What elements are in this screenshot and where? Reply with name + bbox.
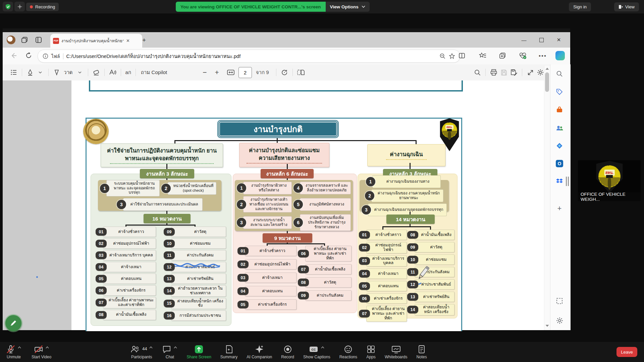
item-number-badge: 01	[96, 228, 107, 236]
show-captions-button[interactable]: CCShow Captions	[303, 345, 330, 359]
item-number-badge: 14	[407, 306, 418, 313]
chat-bubble-icon	[162, 345, 171, 354]
toolbar-item-label: Start Video	[32, 355, 51, 359]
camera-muted-icon	[34, 345, 43, 354]
item-number-badge: 09	[407, 243, 418, 251]
toolbar-item-label: Chat	[166, 355, 174, 359]
item-number-badge: 2	[161, 184, 171, 193]
item-number-badge: 14	[164, 287, 175, 295]
whiteboards-button[interactable]: Whiteboards	[385, 345, 407, 359]
item-number-badge: 4	[293, 183, 303, 193]
participant-name-label: OFFICE OF VEHICLE WEIGH...	[578, 192, 641, 201]
sign-in-button[interactable]: Sign in	[569, 2, 591, 11]
item-number-badge: 06	[96, 287, 107, 294]
unmute-button[interactable]: Unmute	[6, 345, 21, 359]
item-number-badge: 13	[407, 293, 418, 301]
participants-icon	[130, 345, 140, 354]
item-number-badge: 1	[237, 183, 246, 193]
recording-label: Recording	[35, 4, 55, 9]
ai-companion-button[interactable]: AI Companion	[247, 345, 272, 359]
chevron-down-icon	[362, 5, 365, 8]
item-number-badge: 01	[237, 247, 249, 255]
apps-button[interactable]: Apps	[366, 345, 376, 359]
participant-video-thumbnail[interactable]: สคน. OFFICE OF VEHICLE WEIGH...	[578, 160, 641, 201]
item-number-badge: 05	[237, 301, 249, 308]
zoom-ui: Recording You are viewing OFFICE OF VEHI…	[0, 0, 644, 362]
item-number-badge: 02	[96, 240, 107, 247]
toolbar-item-label: Show Captions	[303, 355, 330, 359]
item-number-badge: 09	[164, 228, 175, 236]
item-number-badge: 3	[362, 205, 371, 215]
start-video-button[interactable]: Start Video	[32, 345, 51, 359]
item-number-badge: 02	[359, 244, 370, 251]
chat-button[interactable]: Chat	[162, 345, 177, 359]
item-number-badge: 02	[237, 260, 249, 268]
toolbar-item-label: Unmute	[7, 355, 21, 359]
item-number-badge: 01	[359, 231, 370, 239]
toolbar-item-label: AI Companion	[247, 355, 272, 359]
item-number-badge: 12	[164, 263, 175, 271]
apps-grid-icon	[366, 345, 376, 354]
annotation-dot	[36, 276, 38, 278]
chevron-up-icon[interactable]	[173, 345, 177, 349]
panel-handle[interactable]	[568, 177, 569, 186]
reactions-smiley-icon	[343, 345, 353, 354]
item-number-badge: 11	[407, 268, 418, 276]
item-number-badge: 1	[100, 184, 109, 193]
panel-handle[interactable]	[566, 177, 567, 186]
item-number-badge: 04	[96, 263, 107, 271]
captions-cc-icon: CC	[309, 345, 319, 354]
viewing-banner: You are viewing OFFICE OF VEHICLE WEIGHT…	[176, 2, 370, 12]
summary-doc-icon	[224, 345, 234, 354]
whiteboard-icon	[391, 345, 401, 354]
reactions-button[interactable]: Reactions	[339, 345, 357, 359]
item-number-badge: 03	[96, 251, 107, 259]
toolbar-item-label: Share Screen	[186, 355, 211, 359]
item-number-badge: 05	[96, 275, 107, 283]
svg-text:CC: CC	[312, 348, 316, 351]
item-number-badge: 04	[237, 287, 249, 295]
toolbar-item-label: Apps	[366, 355, 375, 359]
annotate-pencil-button[interactable]	[5, 315, 21, 331]
recording-dot	[30, 5, 33, 8]
view-button[interactable]: View	[614, 2, 639, 11]
chevron-up-icon[interactable]	[45, 345, 49, 349]
record-button[interactable]: Record	[281, 345, 294, 359]
item-number-badge: 2	[365, 191, 374, 200]
toolbar-center-group: 44ParticipantsChatShare ScreenSummaryAI …	[130, 345, 427, 359]
leave-button[interactable]: Leave	[616, 347, 637, 357]
chevron-up-icon[interactable]	[321, 345, 325, 349]
item-number-badge: 11	[164, 251, 175, 259]
item-number-badge: 07	[298, 265, 309, 273]
viewing-banner-text: You are viewing OFFICE OF VEHICLE WEIGHT…	[176, 2, 326, 12]
security-shield-icon[interactable]	[3, 2, 13, 11]
toolbar-item-label: Participants	[131, 355, 152, 359]
item-number-badge: 07	[96, 299, 107, 306]
item-number-badge: 12	[407, 281, 418, 288]
notes-button[interactable]: Notes	[416, 345, 427, 359]
item-number-badge: 2	[237, 200, 246, 209]
recording-indicator[interactable]: Recording	[26, 3, 59, 11]
item-number-badge: 07	[359, 310, 370, 317]
item-number-badge: 13	[164, 275, 175, 283]
share-screen-button[interactable]: Share Screen	[186, 345, 211, 359]
view-options-button[interactable]: View Options	[326, 2, 370, 12]
chevron-up-icon[interactable]	[149, 345, 153, 349]
ai-sparkle-icon	[255, 345, 264, 354]
summary-button[interactable]: Summary	[220, 345, 237, 359]
item-number-badge: 10	[407, 256, 418, 263]
share-screen-icon	[194, 345, 204, 354]
microphone-muted-icon	[6, 345, 15, 354]
ai-sparkle-icon[interactable]	[14, 2, 25, 11]
view-layout-icon	[619, 5, 623, 9]
toolbar-item-label: Reactions	[339, 355, 357, 359]
item-number-badge: 1	[366, 177, 375, 186]
toolbar-item-label: Notes	[416, 355, 427, 359]
item-number-badge: 04	[359, 270, 370, 278]
meeting-toolbar: UnmuteStart Video 44ParticipantsChatShar…	[0, 342, 644, 362]
chevron-up-icon[interactable]	[17, 345, 21, 349]
office-shield-logo: สคน.	[595, 161, 624, 193]
item-number-badge: 3	[237, 218, 246, 227]
participants-button[interactable]: 44Participants	[130, 345, 153, 359]
record-circle-icon	[283, 345, 292, 354]
